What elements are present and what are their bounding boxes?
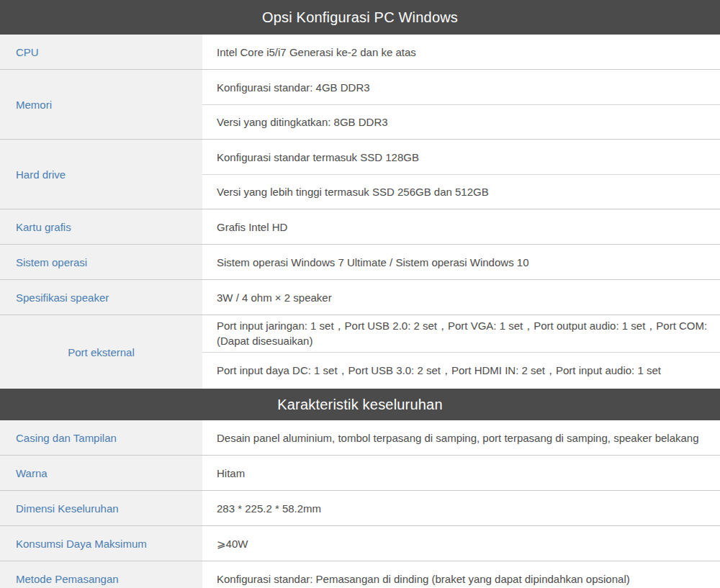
spec-section: Karakteristik keseluruhanCasing dan Tamp… <box>0 389 720 588</box>
row-label: Dimensi Keseluruhan <box>0 491 202 525</box>
value-cell: Versi yang ditingkatkan: 8GB DDR3 <box>202 104 720 139</box>
value-cell: Hitam <box>202 456 720 490</box>
row-values: Konfigurasi standar: Pemasangan di dindi… <box>202 561 720 588</box>
row-label: CPU <box>0 35 202 69</box>
value-cell: ⩾40W <box>202 526 720 561</box>
row-label: Konsumsi Daya Maksimum <box>0 526 202 561</box>
value-cell: Port input jaringan: 1 set，Port USB 2.0:… <box>202 315 720 352</box>
table-row: Sistem operasiSistem operasi Windows 7 U… <box>0 244 720 279</box>
table-row: Kartu grafisGrafis Intel HD <box>0 209 720 244</box>
row-values: Hitam <box>202 456 720 490</box>
value-cell: Konfigurasi standar: 4GB DDR3 <box>202 70 720 104</box>
row-values: Intel Core i5/i7 Generasi ke-2 dan ke at… <box>202 35 720 69</box>
row-label: Casing dan Tampilan <box>0 420 202 455</box>
value-cell: 283 * 225.2 * 58.2mm <box>202 491 720 525</box>
value-cell: Port input daya DC: 1 set，Port USB 3.0: … <box>202 352 720 389</box>
table-row: Dimensi Keseluruhan283 * 225.2 * 58.2mm <box>0 490 720 525</box>
row-values: 283 * 225.2 * 58.2mm <box>202 491 720 525</box>
row-label: Sistem operasi <box>0 245 202 279</box>
row-values: Grafis Intel HD <box>202 209 720 244</box>
row-label: Metode Pemasangan <box>0 561 202 588</box>
value-cell: Desain panel aluminium, tombol terpasang… <box>202 420 720 455</box>
section-title: Karakteristik keseluruhan <box>0 389 720 420</box>
row-values: Port input jaringan: 1 set，Port USB 2.0:… <box>202 315 720 389</box>
value-cell: Grafis Intel HD <box>202 209 720 244</box>
row-values: Desain panel aluminium, tombol terpasang… <box>202 420 720 455</box>
row-label: Hard drive <box>0 140 202 209</box>
value-cell: Konfigurasi standar: Pemasangan di dindi… <box>202 561 720 588</box>
table-row: Casing dan TampilanDesain panel aluminiu… <box>0 420 720 455</box>
row-label: Memori <box>0 70 202 139</box>
value-cell: Sistem operasi Windows 7 Ultimate / Sist… <box>202 245 720 279</box>
table-row: Hard driveKonfigurasi standar termasuk S… <box>0 139 720 209</box>
row-label: Port eksternal <box>0 315 202 389</box>
row-values: Sistem operasi Windows 7 Ultimate / Sist… <box>202 245 720 279</box>
table-row: Port eksternalPort input jaringan: 1 set… <box>0 315 720 389</box>
table-row: Konsumsi Daya Maksimum⩾40W <box>0 525 720 561</box>
spec-table: Opsi Konfigurasi PC WindowsCPUIntel Core… <box>0 0 720 588</box>
row-label: Warna <box>0 456 202 490</box>
row-values: 3W / 4 ohm × 2 speaker <box>202 280 720 315</box>
row-values: ⩾40W <box>202 526 720 561</box>
section-title: Opsi Konfigurasi PC Windows <box>0 0 720 35</box>
spec-section: Opsi Konfigurasi PC WindowsCPUIntel Core… <box>0 0 720 389</box>
value-cell: Intel Core i5/i7 Generasi ke-2 dan ke at… <box>202 35 720 69</box>
table-row: MemoriKonfigurasi standar: 4GB DDR3Versi… <box>0 69 720 139</box>
table-row: WarnaHitam <box>0 455 720 490</box>
table-row: Metode PemasanganKonfigurasi standar: Pe… <box>0 561 720 588</box>
value-cell: 3W / 4 ohm × 2 speaker <box>202 280 720 315</box>
row-label: Kartu grafis <box>0 209 202 244</box>
value-cell: Versi yang lebih tinggi termasuk SSD 256… <box>202 174 720 209</box>
table-row: Spesifikasi speaker3W / 4 ohm × 2 speake… <box>0 279 720 315</box>
row-label: Spesifikasi speaker <box>0 280 202 315</box>
table-row: CPUIntel Core i5/i7 Generasi ke-2 dan ke… <box>0 35 720 69</box>
row-values: Konfigurasi standar termasuk SSD 128GBVe… <box>202 140 720 209</box>
row-values: Konfigurasi standar: 4GB DDR3Versi yang … <box>202 70 720 139</box>
value-cell: Konfigurasi standar termasuk SSD 128GB <box>202 140 720 174</box>
